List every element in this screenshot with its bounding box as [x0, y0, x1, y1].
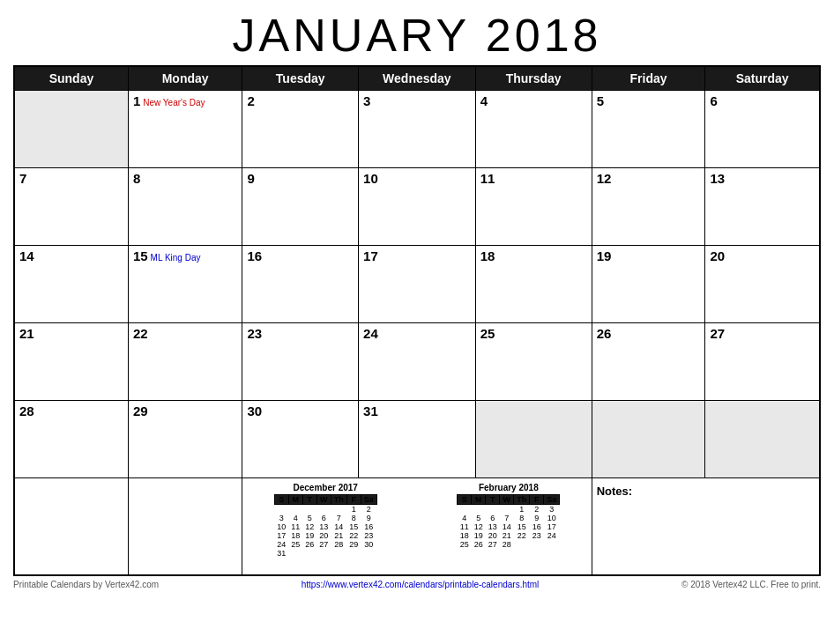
day-number: 21 — [19, 326, 34, 341]
mini-cal-day: 21 — [331, 531, 346, 540]
mini-cal-day: 23 — [361, 531, 376, 540]
mini-cal-day — [274, 505, 288, 514]
mini-cal-day: 8 — [346, 514, 361, 522]
day-number: 11 — [480, 171, 495, 186]
mini-cal-header: S — [458, 495, 472, 505]
day-number: 20 — [710, 248, 725, 263]
week-row-2: 1415ML King Day1617181920 — [14, 246, 820, 323]
mini-cal-header: Th — [514, 495, 530, 505]
header-day-saturday: Saturday — [705, 66, 820, 91]
day-cell: 16 — [242, 246, 359, 323]
week-row-4: 28293031 — [14, 401, 820, 478]
footer-left: Printable Calendars by Vertex42.com — [13, 580, 159, 589]
mini-cal-day: 21 — [500, 531, 514, 540]
day-cell — [14, 91, 128, 168]
mini-cal-day: 3 — [544, 505, 560, 514]
mini-cal-day — [530, 540, 544, 549]
mini-cal-header: Sa — [544, 495, 560, 505]
mini-cal-day: 26 — [302, 540, 316, 549]
mini-cal-day: 9 — [361, 514, 376, 522]
day-cell: 2 — [242, 91, 359, 168]
day-number: 10 — [363, 171, 378, 186]
mini-cal-day — [346, 549, 361, 558]
mini-cal-day: 12 — [472, 522, 486, 531]
mini-cal-day: 16 — [361, 522, 376, 531]
mini-cal-day: 9 — [530, 514, 544, 522]
day-number: 6 — [710, 93, 717, 108]
footer-bar: Printable Calendars by Vertex42.com http… — [13, 580, 821, 589]
week-row-3: 21222324252627 — [14, 323, 820, 401]
day-cell: 3 — [359, 91, 476, 168]
mini-cal-header: T — [486, 495, 500, 505]
mini-cal-header: F — [346, 495, 361, 505]
mini-cal-day: 4 — [288, 514, 302, 522]
mini-cal-day: 25 — [288, 540, 302, 549]
header-row: SundayMondayTuesdayWednesdayThursdayFrid… — [14, 66, 820, 91]
mini-cal-day: 28 — [331, 540, 346, 549]
mini-cal-day: 22 — [346, 531, 361, 540]
day-number: 29 — [133, 403, 148, 418]
mini-cal-day — [316, 549, 331, 558]
footer-right: © 2018 Vertex42 LLC. Free to print. — [681, 580, 821, 589]
mini-cal-day — [316, 505, 331, 514]
day-number: 3 — [363, 93, 370, 108]
mini-cal-day: 17 — [274, 531, 288, 540]
day-cell: 10 — [359, 168, 476, 246]
mini-cal-day: 16 — [530, 522, 544, 531]
day-cell: 15ML King Day — [128, 246, 242, 323]
day-cell: 8 — [128, 168, 242, 246]
day-cell: 26 — [592, 323, 705, 401]
mini-cal-day: 23 — [530, 531, 544, 540]
mini-cal-header: T — [302, 495, 316, 505]
day-number: 15 — [133, 248, 148, 263]
mini-cal-day: 19 — [472, 531, 486, 540]
day-cell: 5 — [592, 91, 705, 168]
mini-cal-day: 25 — [458, 540, 472, 549]
day-number: 14 — [19, 248, 34, 263]
mini-cal-day: 1 — [514, 505, 530, 514]
day-number: 22 — [133, 326, 148, 341]
mini-cal-day — [500, 505, 514, 514]
mini-cal-day: 10 — [544, 514, 560, 522]
holiday-label: New Year's Day — [143, 98, 205, 107]
day-cell: 29 — [128, 401, 242, 478]
mini-cal-day: 28 — [500, 540, 514, 549]
mini-cal-day: 15 — [346, 522, 361, 531]
footer-center-link[interactable]: https://www.vertex42.com/calendars/print… — [302, 580, 540, 589]
day-number: 2 — [247, 93, 254, 108]
day-cell — [475, 401, 592, 478]
day-number: 16 — [247, 248, 262, 263]
header-day-tuesday: Tuesday — [242, 66, 359, 91]
day-cell: 1New Year's Day — [128, 91, 242, 168]
mini-cal-day: 3 — [274, 514, 288, 522]
mini-cal-day: 24 — [544, 531, 560, 540]
mini-cal-header: Sa — [361, 495, 376, 505]
mini-cal-day: 27 — [316, 540, 331, 549]
mini-cal-header: M — [472, 495, 486, 505]
mini-cal-day: 5 — [302, 514, 316, 522]
day-number: 7 — [19, 171, 26, 186]
mini-cal-day — [288, 505, 302, 514]
mini-cal-day: 14 — [331, 522, 346, 531]
day-cell: 18 — [475, 246, 592, 323]
mini-cal-day: 30 — [361, 540, 376, 549]
mini-cal-day: 11 — [458, 522, 472, 531]
mini-cal-day: 18 — [288, 531, 302, 540]
header-day-friday: Friday — [592, 66, 705, 91]
mini-cal-day: 1 — [346, 505, 361, 514]
mini-cal-day: 20 — [316, 531, 331, 540]
mini-cal-day: 8 — [514, 514, 530, 522]
day-cell: 30 — [242, 401, 359, 478]
day-cell — [592, 401, 705, 478]
day-cell: 28 — [14, 401, 128, 478]
mini-cal-day: 15 — [514, 522, 530, 531]
day-cell: 24 — [359, 323, 476, 401]
mini-cal-day — [331, 549, 346, 558]
header-day-thursday: Thursday — [475, 66, 592, 91]
day-number: 23 — [247, 326, 262, 341]
day-cell: 6 — [705, 91, 820, 168]
week-row-0: 1New Year's Day23456 — [14, 91, 820, 168]
mini-cal-day: 13 — [316, 522, 331, 531]
mini-cal-header: Th — [331, 495, 346, 505]
day-number: 25 — [480, 326, 495, 341]
